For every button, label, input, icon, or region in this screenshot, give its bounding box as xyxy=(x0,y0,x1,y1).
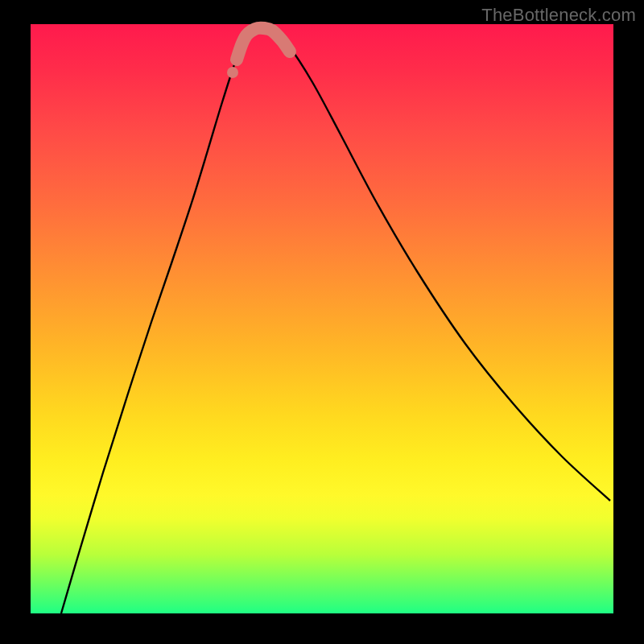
highlight-dot xyxy=(227,67,238,78)
chart-frame: TheBottleneck.com xyxy=(0,0,644,644)
watermark-text: TheBottleneck.com xyxy=(481,5,636,26)
highlight-band xyxy=(237,28,290,60)
plot-area xyxy=(31,24,613,613)
main-curve xyxy=(61,27,610,613)
curve-layer xyxy=(31,24,613,613)
